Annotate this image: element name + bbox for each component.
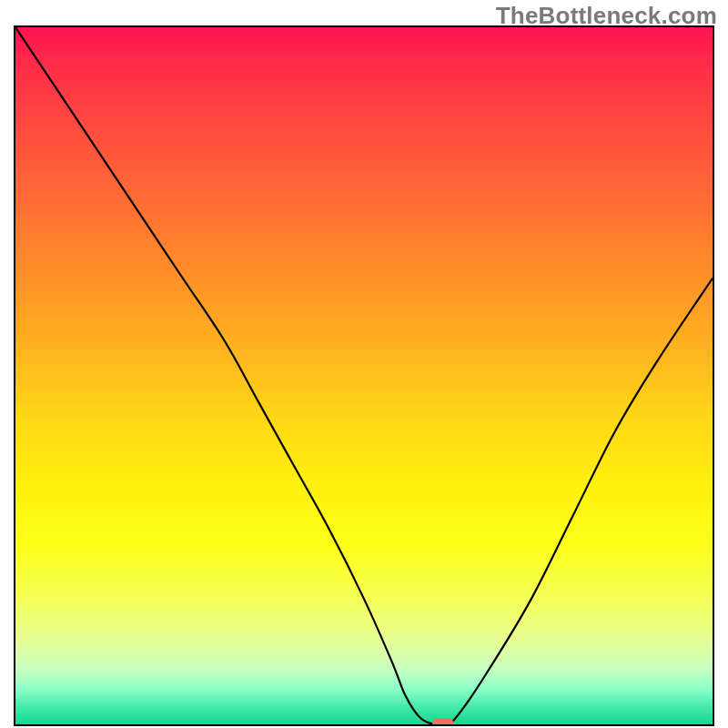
bottleneck-curve bbox=[15, 27, 713, 724]
watermark-text: TheBottleneck.com bbox=[496, 2, 717, 30]
plot-area bbox=[14, 25, 714, 726]
chart-frame: TheBottleneck.com bbox=[0, 0, 728, 728]
selected-point-marker bbox=[432, 718, 454, 726]
